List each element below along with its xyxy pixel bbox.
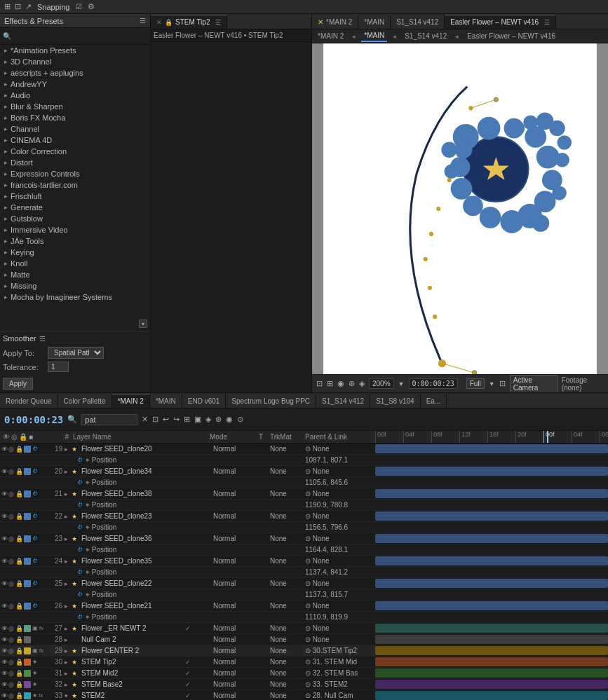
comp-sub-tab-main[interactable]: *MAIN <box>361 30 387 42</box>
expand-toggle[interactable]: ▸ <box>65 446 72 453</box>
lock-toggle[interactable]: 🔒 <box>15 490 22 497</box>
eye-toggle[interactable]: 👁 <box>0 681 8 688</box>
comp-sub-tab-s1s14[interactable]: S1_S14 v412 <box>402 31 450 41</box>
solo-toggle[interactable]: ◎ <box>8 490 15 497</box>
snapping-icon[interactable]: ☑ <box>76 3 82 11</box>
list-item[interactable]: ▸ Mocha by Imagineer Systems <box>0 291 150 303</box>
solo-toggle[interactable]: ◎ <box>8 468 15 475</box>
scroll-bottom-indicator[interactable]: ▾ <box>139 320 147 328</box>
list-item[interactable]: ▸ Generate <box>0 202 150 213</box>
list-item[interactable]: ▸ Distort <box>0 157 150 168</box>
tl-ctrl-icon-1[interactable]: ⊡ <box>152 415 158 424</box>
eye-toggle[interactable]: 👁 <box>0 647 8 654</box>
comp-ctrl-6[interactable]: ⊡ <box>499 379 506 388</box>
expand-toggle[interactable]: ▸ <box>65 468 72 475</box>
list-item[interactable]: ▸ Keying <box>0 247 150 258</box>
lock-toggle[interactable]: 🔒 <box>15 681 22 688</box>
tab-main[interactable]: *MAIN <box>150 394 182 408</box>
eye-toggle[interactable]: 👁 <box>0 535 8 542</box>
list-item[interactable]: ▸ AndrewYY <box>0 78 150 90</box>
panel-menu-icon[interactable]: ☰ <box>215 19 221 26</box>
list-item[interactable]: ▸ Audio <box>0 90 150 101</box>
list-item[interactable]: ▸ francois-tartlier.com <box>0 179 150 191</box>
list-item[interactable]: ▸ *Animation Presets <box>0 45 150 56</box>
lock-toggle[interactable]: 🔒 <box>15 513 22 520</box>
quality-button[interactable]: Full <box>466 378 485 389</box>
lock-toggle[interactable]: 🔒 <box>15 647 22 654</box>
effects-search-input[interactable] <box>14 32 147 41</box>
solo-toggle[interactable]: ◎ <box>8 625 15 632</box>
list-item[interactable]: ▸ Channel <box>0 123 150 135</box>
solo-toggle[interactable]: ◎ <box>8 647 15 654</box>
expand-toggle[interactable]: ▸ <box>65 625 72 632</box>
eye-toggle[interactable]: 👁 <box>0 625 8 632</box>
lock-toggle[interactable]: 🔒 <box>15 636 22 643</box>
lock-toggle[interactable]: 🔒 <box>15 580 22 587</box>
eye-toggle[interactable]: 👁 <box>0 446 8 453</box>
tl-ctrl-icon-3[interactable]: ↪ <box>173 415 180 424</box>
list-item[interactable]: ▸ Blur & Sharpen <box>0 101 150 112</box>
tl-ctrl-icon-5[interactable]: ▣ <box>194 415 201 424</box>
apply-button[interactable]: Apply <box>3 378 33 390</box>
expand-toggle[interactable]: ▸ <box>65 636 72 643</box>
eye-toggle[interactable]: 👁 <box>0 670 8 677</box>
comp-ctrl-3[interactable]: ◉ <box>337 379 344 388</box>
tab-main2[interactable]: *MAIN 2 <box>112 394 150 408</box>
effect-controls-tab[interactable]: ✕ 🔒 STEM Tip2 ☰ <box>151 15 227 29</box>
expand-toggle[interactable]: ▸ <box>65 603 72 610</box>
tl-ctrl-icon-2[interactable]: ↩ <box>163 415 169 424</box>
list-item[interactable]: ▸ Immersive Video <box>0 224 150 235</box>
eye-toggle[interactable]: 👁 <box>0 603 8 610</box>
comp-tab-s1s14[interactable]: S1_S14 v412 <box>391 15 445 29</box>
expand-toggle[interactable]: ▸ <box>65 681 72 688</box>
tolerance-input[interactable] <box>48 362 69 372</box>
tab-render-queue[interactable]: Render Queue <box>0 394 58 408</box>
close-icon[interactable]: ✕ <box>156 19 162 26</box>
eye-toggle[interactable]: 👁 <box>0 636 8 643</box>
tl-ctrl-icon-4[interactable]: ⊞ <box>184 415 190 424</box>
solo-toggle[interactable]: ◎ <box>8 670 15 677</box>
expand-toggle[interactable]: ▸ <box>65 558 72 565</box>
comp-time-display[interactable]: 0:00:00:23 <box>409 378 458 389</box>
comp-sub-tab-easler[interactable]: Easler Flower – NEWT v416 <box>464 31 558 41</box>
tl-ctrl-icon-7[interactable]: ⊛ <box>215 415 222 424</box>
lock-toggle[interactable]: 🔒 <box>15 468 22 475</box>
solo-toggle[interactable]: ◎ <box>8 558 15 565</box>
solo-toggle[interactable]: ◎ <box>8 513 15 520</box>
list-item[interactable]: ▸ Frischluft <box>0 191 150 202</box>
solo-toggle[interactable]: ◎ <box>8 535 15 542</box>
smoother-menu[interactable]: ☰ <box>39 335 46 343</box>
expand-toggle[interactable]: ▾ <box>65 692 72 699</box>
lock-toggle[interactable]: 🔒 <box>15 692 22 699</box>
eye-toggle[interactable]: 👁 <box>0 692 8 699</box>
comp-tab-main[interactable]: *MAIN <box>358 15 391 29</box>
eye-toggle[interactable]: 👁 <box>0 513 8 520</box>
solo-toggle[interactable]: ◎ <box>8 603 15 610</box>
tab-ea[interactable]: Ea... <box>421 394 447 408</box>
expand-toggle[interactable]: ▸ <box>65 535 72 542</box>
panel-menu-icon2[interactable]: ☰ <box>544 19 550 26</box>
active-camera-button[interactable]: Active Camera <box>510 375 558 393</box>
effects-panel-menu[interactable]: ☰ <box>140 17 146 25</box>
tab-spectrum[interactable]: Spectrum Logo Bug PPC <box>226 394 316 408</box>
lock-toggle[interactable]: 🔒 <box>15 659 22 666</box>
apply-to-dropdown[interactable]: Spatial Path Temporal Graph <box>48 347 104 359</box>
lock-toggle[interactable]: 🔒 <box>15 446 22 453</box>
list-item[interactable]: ▸ Missing <box>0 280 150 291</box>
list-item[interactable]: ▸ Expression Controls <box>0 168 150 179</box>
comp-sub-tab-main2[interactable]: *MAIN 2 <box>315 31 346 41</box>
list-item[interactable]: ▸ Matte <box>0 269 150 280</box>
lock-toggle[interactable]: 🔒 <box>15 558 22 565</box>
comp-tab-easler[interactable]: Easler Flower – NEWT v416 ☰ <box>445 15 556 29</box>
eye-toggle[interactable]: 👁 <box>0 558 8 565</box>
list-item[interactable]: ▸ Color Correction <box>0 146 150 157</box>
solo-toggle[interactable]: ◎ <box>8 692 15 699</box>
tl-ctrl-icon-9[interactable]: ⊙ <box>237 415 243 424</box>
lock-toggle[interactable]: 🔒 <box>15 625 22 632</box>
list-item[interactable]: ▸ aescripts + aeplugins <box>0 67 150 78</box>
solo-toggle[interactable]: ◎ <box>8 580 15 587</box>
expand-toggle[interactable]: ▸ <box>65 670 72 677</box>
tl-ctrl-icon-6[interactable]: ◈ <box>205 415 211 424</box>
tab-color-pallette[interactable]: Color Pallette <box>58 394 112 408</box>
lock-toggle[interactable]: 🔒 <box>15 603 22 610</box>
